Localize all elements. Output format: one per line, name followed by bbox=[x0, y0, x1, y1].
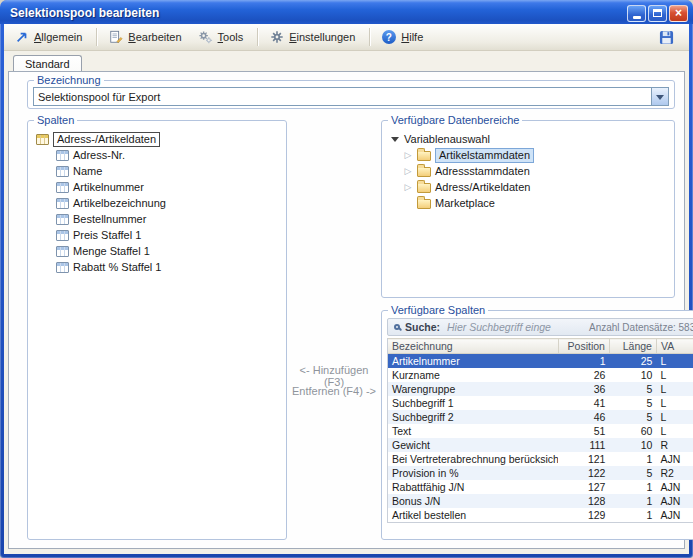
table-row[interactable]: Provision in %1225R2 bbox=[388, 466, 693, 480]
cell-bezeichnung: Bei Vertreterabrechnung berücksichtige bbox=[388, 452, 558, 466]
toolbar-button-tools[interactable]: Tools bbox=[192, 26, 253, 49]
cell-bezeichnung: Bonus J/N bbox=[388, 494, 558, 508]
chevron-down-icon bbox=[656, 95, 664, 104]
toolbar-button-allgemein[interactable]: Allgemein bbox=[8, 26, 91, 49]
tree-item-label: Artikelnummer bbox=[73, 181, 144, 194]
tree-item-spalte[interactable]: Artikelnummer bbox=[36, 179, 279, 195]
column-header-position[interactable]: Position bbox=[558, 339, 609, 354]
bezeichnung-combobox[interactable]: Selektionspool für Export bbox=[33, 87, 669, 106]
table-icon bbox=[56, 198, 69, 209]
table-icon bbox=[56, 214, 69, 225]
cell-laenge: 1 bbox=[609, 480, 656, 494]
table-row[interactable]: Gewicht11110R bbox=[388, 438, 693, 452]
settings-gear-icon bbox=[269, 30, 284, 45]
cell-position: 128 bbox=[558, 494, 609, 508]
tree-item-spalte[interactable]: Bestellnummer bbox=[36, 211, 279, 227]
table-icon bbox=[56, 246, 69, 257]
tabstrip: Standard bbox=[4, 51, 689, 71]
maximize-button[interactable] bbox=[648, 5, 667, 22]
window-title: Selektionspool bearbeiten bbox=[10, 6, 627, 20]
cell-position: 111 bbox=[558, 438, 609, 452]
toolbar-button-bearbeiten[interactable]: Bearbeiten bbox=[102, 26, 190, 49]
close-button[interactable]: × bbox=[669, 5, 688, 22]
tree-item-label: Name bbox=[73, 165, 102, 178]
table-row[interactable]: Kurzname2610L bbox=[388, 368, 693, 382]
cell-bezeichnung: Rabattfähig J/N bbox=[388, 480, 558, 494]
toolbar-label-hilfe: Hilfe bbox=[401, 31, 423, 43]
toolbar-button-einstellungen[interactable]: Einstellungen bbox=[263, 26, 364, 49]
tab-page-standard: Bezeichnung Selektionspool für Export Sp… bbox=[8, 71, 685, 549]
tree-item-spalte[interactable]: Adress-Nr. bbox=[36, 147, 279, 163]
tree-item-spalte[interactable]: Name bbox=[36, 163, 279, 179]
spalten-legend: Spalten bbox=[34, 114, 77, 126]
cell-laenge: 1 bbox=[609, 494, 656, 508]
cell-position: 129 bbox=[558, 508, 609, 522]
chevron-right-icon: ▷ bbox=[403, 164, 413, 178]
window-client-area: Allgemein Bearbeiten Tools Einste bbox=[4, 24, 689, 554]
tree-item-datenbereich[interactable]: ▷ Adressstammdaten bbox=[390, 163, 667, 179]
cell-va: AJN bbox=[656, 494, 693, 508]
tree-item-datenbereich[interactable]: ▷ Adress/Artikeldaten bbox=[390, 179, 667, 195]
tree-item-label: Adressstammdaten bbox=[435, 165, 530, 178]
save-button[interactable] bbox=[653, 26, 683, 49]
cell-bezeichnung: Kurzname bbox=[388, 368, 558, 382]
table-row[interactable]: Artikel bestellen1291AJN bbox=[388, 508, 693, 522]
tree-item-spalte[interactable]: Preis Staffel 1 bbox=[36, 227, 279, 243]
table-row[interactable]: Bei Vertreterabrechnung berücksichtige12… bbox=[388, 452, 693, 466]
table-row[interactable]: Warengruppe365L bbox=[388, 382, 693, 396]
table-row[interactable]: Suchbegriff 2465L bbox=[388, 410, 693, 424]
tree-item-spalte[interactable]: Artikelbezeichnung bbox=[36, 195, 279, 211]
column-header-bezeichnung[interactable]: Bezeichnung bbox=[388, 339, 558, 354]
cell-va: R bbox=[656, 438, 693, 452]
cell-laenge: 5 bbox=[609, 382, 656, 396]
table-row[interactable]: Bonus J/N1281AJN bbox=[388, 494, 693, 508]
folder-icon bbox=[417, 167, 431, 177]
cell-bezeichnung: Artikelnummer bbox=[388, 354, 558, 368]
tree-item-spalte[interactable]: Rabatt % Staffel 1 bbox=[36, 259, 279, 275]
cell-laenge: 60 bbox=[609, 424, 656, 438]
tree-item-spalte[interactable]: Menge Staffel 1 bbox=[36, 243, 279, 259]
cell-va: AJN bbox=[656, 452, 693, 466]
verfuegbare-spalten-table: Bezeichnung Position Länge VA Artikelnum… bbox=[388, 338, 693, 522]
search-input[interactable] bbox=[445, 320, 584, 334]
remove-action-label[interactable]: Entfernen (F4) -> bbox=[289, 385, 379, 397]
cell-position: 26 bbox=[558, 368, 609, 382]
tab-standard[interactable]: Standard bbox=[13, 55, 82, 71]
tree-item-datenbereich[interactable]: ▷ Artikelstammdaten bbox=[390, 147, 667, 163]
cell-va: L bbox=[656, 382, 693, 396]
cell-va: AJN bbox=[656, 508, 693, 522]
arrow-up-right-icon bbox=[14, 30, 29, 45]
tree-root-variablenauswahl[interactable]: Variablenauswahl bbox=[390, 131, 667, 147]
tree-item-label: Menge Staffel 1 bbox=[73, 245, 150, 258]
verfuegbare-spalten-group: Verfügbare Spalten Suche: Anzahl Datensä… bbox=[381, 304, 693, 540]
table-row[interactable]: Artikelnummer125L bbox=[388, 354, 693, 368]
table-root-icon bbox=[36, 134, 49, 145]
gears-icon bbox=[198, 30, 213, 45]
table-row[interactable]: Text5160L bbox=[388, 424, 693, 438]
bezeichnung-legend: Bezeichnung bbox=[34, 74, 104, 86]
record-count-label: Anzahl Datensätze: 583 bbox=[589, 322, 693, 333]
table-icon bbox=[56, 166, 69, 177]
cell-laenge: 5 bbox=[609, 396, 656, 410]
tree-item-label: Adress/Artikeldaten bbox=[435, 181, 530, 194]
minimize-button[interactable] bbox=[627, 5, 646, 22]
tree-root-spalten[interactable]: Adress-/Artikeldaten bbox=[36, 131, 279, 147]
cell-va: AJN bbox=[656, 480, 693, 494]
table-row[interactable]: Suchbegriff 1415L bbox=[388, 396, 693, 410]
cell-va: L bbox=[656, 410, 693, 424]
tree-item-label: Artikelstammdaten bbox=[435, 148, 534, 163]
chevron-right-icon: ▷ bbox=[403, 148, 413, 162]
datenbereiche-group: Verfügbare Datenbereiche Variablenauswah… bbox=[381, 114, 675, 298]
cell-laenge: 25 bbox=[609, 354, 656, 368]
column-header-va[interactable]: VA bbox=[656, 339, 693, 354]
column-header-laenge[interactable]: Länge bbox=[609, 339, 656, 354]
tree-item-label: Bestellnummer bbox=[73, 213, 146, 226]
table-row[interactable]: Rabattfähig J/N1271AJN bbox=[388, 480, 693, 494]
search-icon bbox=[394, 324, 400, 330]
tree-item-datenbereich[interactable]: Marketplace bbox=[390, 195, 667, 211]
table-header-row: Bezeichnung Position Länge VA bbox=[388, 339, 693, 354]
combobox-dropdown-button[interactable] bbox=[651, 88, 668, 105]
toolbar-separator bbox=[369, 28, 370, 46]
verfuegbare-spalten-legend: Verfügbare Spalten bbox=[388, 304, 488, 316]
toolbar-button-hilfe[interactable]: Hilfe bbox=[375, 26, 432, 49]
